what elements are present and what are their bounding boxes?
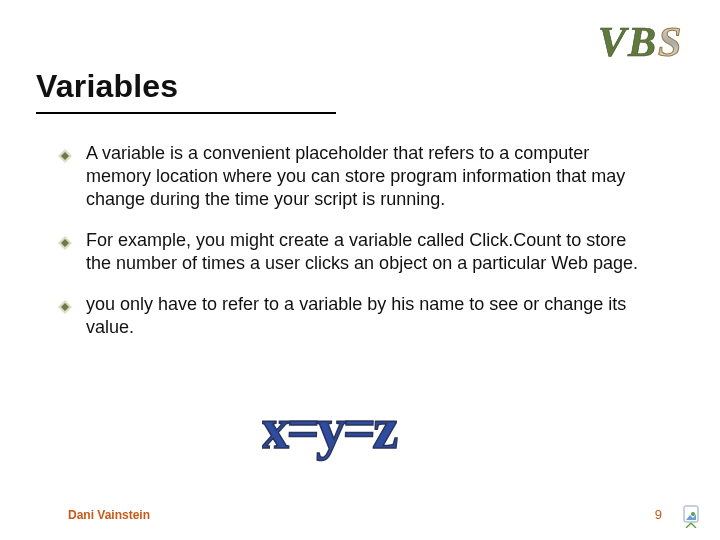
title-underline bbox=[36, 112, 336, 114]
svg-text:B: B bbox=[627, 19, 656, 65]
bullet-list: A variable is a convenient placeholder t… bbox=[58, 142, 638, 357]
logo-vbs: V B S bbox=[598, 16, 698, 68]
page-number: 9 bbox=[655, 507, 662, 522]
bullet-icon bbox=[58, 297, 72, 339]
footer-author: Dani Vainstein bbox=[68, 508, 150, 522]
bullet-text: For example, you might create a variable… bbox=[86, 229, 638, 275]
vbs-logo-icon: V B S bbox=[598, 16, 698, 68]
svg-text:x=y=z: x=y=z bbox=[262, 396, 399, 461]
equation-graphic: x=y=z bbox=[262, 394, 462, 464]
svg-point-11 bbox=[691, 512, 695, 516]
svg-text:V: V bbox=[598, 19, 629, 65]
slideshow-icon bbox=[680, 504, 702, 528]
bullet-icon bbox=[58, 233, 72, 275]
bullet-icon bbox=[58, 146, 72, 211]
list-item: A variable is a convenient placeholder t… bbox=[58, 142, 638, 211]
list-item: you only have to refer to a variable by … bbox=[58, 293, 638, 339]
list-item: For example, you might create a variable… bbox=[58, 229, 638, 275]
bullet-text: A variable is a convenient placeholder t… bbox=[86, 142, 638, 211]
svg-text:S: S bbox=[658, 19, 681, 65]
bullet-text: you only have to refer to a variable by … bbox=[86, 293, 638, 339]
page-title: Variables bbox=[36, 68, 178, 105]
equation-icon: x=y=z bbox=[262, 394, 462, 464]
